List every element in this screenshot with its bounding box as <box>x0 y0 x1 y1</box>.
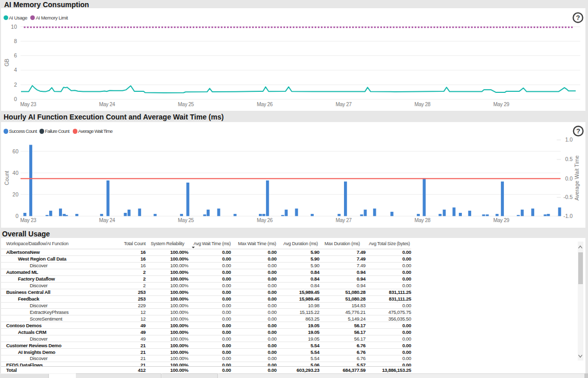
svg-text:May 28: May 28 <box>415 102 431 107</box>
svg-text:May 28: May 28 <box>415 217 431 223</box>
svg-text:0: 0 <box>15 213 18 219</box>
svg-text:60: 60 <box>12 148 18 154</box>
svg-text:10: 10 <box>11 24 17 30</box>
svg-text:May 27: May 27 <box>336 102 352 107</box>
svg-text:May 25: May 25 <box>178 102 194 107</box>
svg-text:May 29: May 29 <box>493 102 510 107</box>
svg-text:40: 40 <box>12 170 18 176</box>
svg-text:GB: GB <box>4 58 10 66</box>
svg-text:0.5: 0.5 <box>565 156 573 162</box>
svg-text:Average Wait Time: Average Wait Time <box>574 155 580 201</box>
svg-text:?: ? <box>576 127 580 135</box>
svg-text:0: 0 <box>14 96 17 102</box>
svg-text:May 26: May 26 <box>257 217 273 223</box>
svg-text:May 29: May 29 <box>493 217 510 223</box>
svg-text:-0.5: -0.5 <box>563 194 573 200</box>
svg-text:4: 4 <box>14 67 17 73</box>
svg-text:May 23: May 23 <box>21 102 37 107</box>
svg-text:May 23: May 23 <box>21 217 37 223</box>
svg-text:2: 2 <box>14 82 17 88</box>
svg-text:?: ? <box>576 14 580 22</box>
svg-text:May 25: May 25 <box>178 217 194 223</box>
svg-text:Count: Count <box>4 171 10 185</box>
svg-text:8: 8 <box>14 38 17 44</box>
svg-text:May 24: May 24 <box>99 102 115 107</box>
svg-text:May 26: May 26 <box>257 102 273 107</box>
svg-text:20: 20 <box>12 191 18 197</box>
svg-text:May 24: May 24 <box>99 217 115 223</box>
svg-text:0.0: 0.0 <box>565 175 573 182</box>
svg-text:6: 6 <box>14 52 17 58</box>
svg-text:May 27: May 27 <box>336 217 352 223</box>
svg-text:1.0: 1.0 <box>565 136 573 143</box>
svg-text:-1.0: -1.0 <box>563 213 573 219</box>
